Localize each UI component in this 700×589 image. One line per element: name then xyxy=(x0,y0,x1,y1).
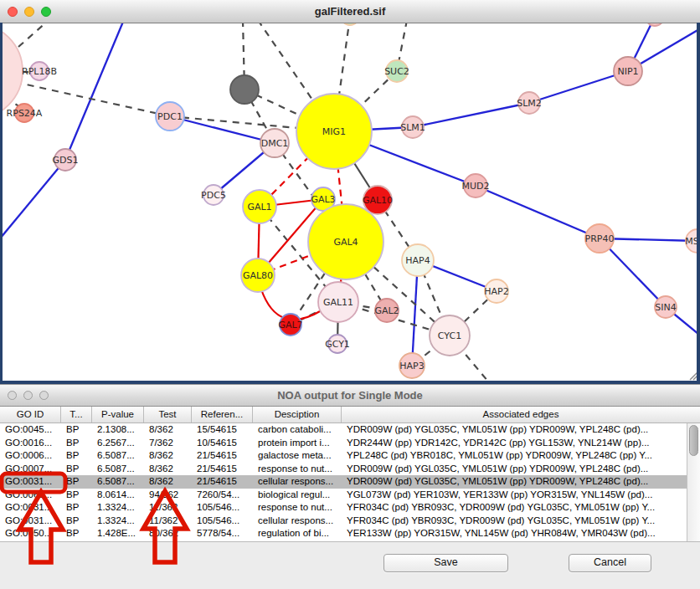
cell-p_value: 1.3324... xyxy=(92,501,144,515)
save-button[interactable]: Save xyxy=(383,554,508,572)
column-header-test[interactable]: Test xyxy=(144,407,192,423)
cell-type: BP xyxy=(61,449,92,463)
node-label-DMC1: DMC1 xyxy=(261,138,289,149)
node-label-GDS1: GDS1 xyxy=(53,155,79,166)
node-gray-unlabeled[interactable] xyxy=(230,75,259,104)
cell-test: 8/362 xyxy=(144,475,192,489)
cell-test: 8/362 xyxy=(144,463,192,476)
cell-reference: 105/546... xyxy=(192,501,253,515)
cell-go_id: GO:0006... xyxy=(0,449,61,463)
cell-reference: 5778/54... xyxy=(192,527,253,540)
cancel-button[interactable]: Cancel xyxy=(569,554,651,572)
cell-p_value: 2.1308... xyxy=(92,423,144,437)
results-table: GO IDT...P-valueTestReferen...Desciption… xyxy=(0,407,700,542)
cell-type: BP xyxy=(61,527,92,540)
column-header-t[interactable]: T... xyxy=(61,407,92,423)
cell-description: carbon cataboli... xyxy=(253,423,342,437)
node-label-SUC2: SUC2 xyxy=(384,66,409,77)
node-label-GAL4: GAL4 xyxy=(333,237,358,248)
cell-go_id: GO:0007... xyxy=(0,463,61,476)
cell-edges: YDR244W (pp) YDR142C, YDR142C (pp) YGL15… xyxy=(342,437,687,450)
table-rows: GO:0045...BP2.1308...8/36215/54615carbon… xyxy=(0,423,687,540)
table-row[interactable]: GO:0045...BP2.1308...8/36215/54615carbon… xyxy=(0,423,687,437)
zoom-button-inactive-icon[interactable] xyxy=(39,391,49,400)
node-label-GAL1: GAL1 xyxy=(247,202,271,213)
cell-edges: YGL073W (pd) YER103W, YER133W (pp) YOR31… xyxy=(342,489,687,502)
node-label-SIN4: SIN4 xyxy=(655,302,676,313)
noa-titlebar[interactable]: NOA output for Single Mode xyxy=(0,385,700,407)
noa-output-window: NOA output for Single Mode GO IDT...P-va… xyxy=(0,384,700,589)
cell-p_value: 6.5087... xyxy=(92,475,144,489)
cell-p_value: 6.5087... xyxy=(92,449,144,463)
cell-test: 94/362 xyxy=(144,489,192,502)
cell-p_value: 1.428E... xyxy=(92,527,144,540)
cell-test: 11/362 xyxy=(144,501,192,515)
node-label-RPS24A: RPS24A xyxy=(7,108,43,119)
node-label-GAL3: GAL3 xyxy=(311,194,335,205)
cell-edges: YDR009W (pd) YGL035C, YML051W (pp) YDR00… xyxy=(342,423,687,437)
minimize-button-inactive-icon[interactable] xyxy=(23,391,33,400)
cell-reference: 21/54615 xyxy=(192,463,253,476)
cell-go_id: GO:0031... xyxy=(0,515,61,528)
cell-edges: YPL248C (pd) YBR018C, YML051W (pp) YDR00… xyxy=(342,449,687,463)
cell-description: protein import i... xyxy=(253,437,342,450)
cell-description: response to nut... xyxy=(253,463,342,476)
node-label-GAL7: GAL7 xyxy=(278,320,302,330)
network-titlebar[interactable]: galFiltered.sif xyxy=(0,0,700,23)
vertical-scrollbar[interactable] xyxy=(687,423,700,541)
table-header: GO IDT...P-valueTestReferen...Desciption… xyxy=(0,407,700,423)
table-row[interactable]: GO:0065...BP8.0614...94/3627260/54...bio… xyxy=(0,489,687,502)
table-row[interactable]: GO:0031...BP1.3324...11/362105/546...res… xyxy=(0,501,687,515)
node-label-PRP40: PRP40 xyxy=(585,233,615,244)
column-header-goid[interactable]: GO ID xyxy=(0,407,61,423)
node-label-NIP1: NIP1 xyxy=(617,66,638,77)
cell-description: response to nut... xyxy=(253,501,342,515)
column-header-desciption[interactable]: Desciption xyxy=(253,407,342,423)
cell-type: BP xyxy=(61,515,92,528)
network-window-title: galFiltered.sif xyxy=(0,0,700,23)
edge-blue xyxy=(65,22,123,160)
cell-type: BP xyxy=(61,423,92,437)
table-row[interactable]: GO:0016...BP6.2567...7/36210/54615protei… xyxy=(0,437,687,450)
table-row[interactable]: GO:0007...BP6.5087...8/36221/54615respon… xyxy=(0,463,687,476)
node-label-GAL80: GAL80 xyxy=(243,270,273,281)
table-row[interactable]: GO:0050...BP1.428E...80/3625778/54...reg… xyxy=(0,527,687,540)
window-frame-right xyxy=(697,23,700,384)
column-header-referen[interactable]: Referen... xyxy=(192,407,253,423)
cell-description: biological regul... xyxy=(253,489,342,502)
cell-reference: 105/546... xyxy=(192,515,253,528)
cell-p_value: 1.3324... xyxy=(92,515,144,528)
cell-test: 8/362 xyxy=(144,449,192,463)
table-row-selected[interactable]: GO:0031...BP6.5087...8/36221/54615cellul… xyxy=(0,475,687,489)
column-header-pvalue[interactable]: P-value xyxy=(92,407,144,423)
close-button-inactive-icon[interactable] xyxy=(8,391,17,400)
cell-edges: YDR009W (pd) YGL035C, YML051W (pp) YDR00… xyxy=(342,475,687,489)
cell-edges: YER133W (pp) YOR315W, YNL145W (pd) YHR08… xyxy=(342,527,687,540)
cell-reference: 21/54615 xyxy=(192,475,253,489)
cell-reference: 15/54615 xyxy=(192,423,253,437)
table-row[interactable]: GO:0031...BP1.3324...11/362105/546...cel… xyxy=(0,515,687,528)
cell-description: cellular respons... xyxy=(253,475,342,489)
edge-blue xyxy=(413,103,529,127)
cell-edges: YFR034C (pd) YBR093C, YDR009W (pd) YGL03… xyxy=(342,515,687,528)
close-button-icon[interactable] xyxy=(8,7,18,17)
scrollbar-thumb[interactable] xyxy=(689,425,698,456)
minimize-button-icon[interactable] xyxy=(24,7,34,17)
cell-reference: 7260/54... xyxy=(192,489,253,502)
cell-go_id: GO:0065... xyxy=(0,489,61,502)
cell-type: BP xyxy=(61,501,92,515)
edge-blue xyxy=(0,160,65,243)
cell-reference: 21/54615 xyxy=(192,449,253,463)
network-canvas[interactable]: RPL18BRPS24APDC1GDS1MIG1SUC2SLM1DMC1PDC5… xyxy=(0,0,700,384)
cell-go_id: GO:0016... xyxy=(0,437,61,450)
column-header-associatededges[interactable]: Associated edges xyxy=(342,407,700,423)
node-label-HAP3: HAP3 xyxy=(399,361,424,371)
cell-type: BP xyxy=(61,489,92,502)
node-label-GAL2: GAL2 xyxy=(374,305,399,316)
cell-p_value: 6.2567... xyxy=(92,437,144,450)
table-row[interactable]: GO:0006...BP6.5087...8/36221/54615galact… xyxy=(0,449,687,463)
noa-window-title: NOA output for Single Mode xyxy=(0,385,700,406)
cell-p_value: 8.0614... xyxy=(92,489,144,502)
zoom-button-icon[interactable] xyxy=(41,7,51,17)
edge-dashed xyxy=(18,22,47,47)
